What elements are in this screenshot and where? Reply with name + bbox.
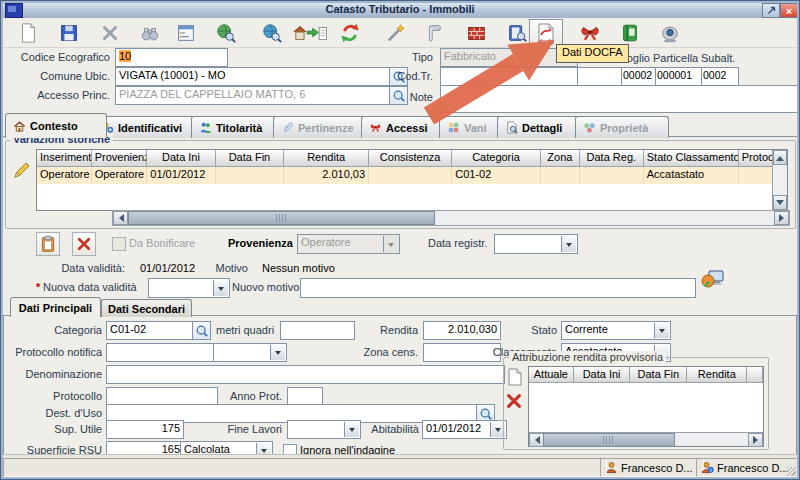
edit-row-button[interactable]: [12, 160, 32, 180]
delete-variation-button[interactable]: [72, 232, 96, 256]
refresh-button[interactable]: [337, 20, 363, 46]
new-button[interactable]: [15, 20, 41, 46]
bow-button[interactable]: [577, 20, 603, 46]
resize-grip[interactable]: [787, 467, 796, 476]
column-header[interactable]: Zona: [541, 150, 580, 167]
da-bonificare-checkbox[interactable]: [112, 237, 126, 251]
bricks-button[interactable]: [463, 20, 489, 46]
tree-view-button[interactable]: [173, 20, 199, 46]
tab-titolarita[interactable]: Titolarità: [191, 116, 286, 138]
table-row[interactable]: Operatore Operatore 01/01/2012 2.010,03 …: [37, 167, 787, 184]
restore-button[interactable]: [762, 3, 780, 18]
column-header[interactable]: Data Fin: [630, 367, 687, 383]
column-header[interactable]: Consistenza: [369, 150, 452, 167]
camera-button[interactable]: [657, 20, 683, 46]
scroll-right-button[interactable]: [774, 211, 789, 225]
particella-field[interactable]: 000001: [655, 67, 702, 86]
data-registr-combo[interactable]: [494, 234, 578, 254]
subtab-dati-principali[interactable]: Dati Principali: [10, 297, 101, 317]
column-header[interactable]: Data Ini: [147, 150, 215, 167]
save-button[interactable]: [56, 20, 82, 46]
tab-label: Contesto: [30, 120, 78, 132]
scroll-left-button[interactable]: [529, 433, 544, 447]
sup-utile-field[interactable]: 175: [106, 420, 184, 439]
chevron-down-icon[interactable]: [561, 236, 576, 252]
stato-combo[interactable]: Corrente: [561, 321, 671, 340]
cod-tr-field[interactable]: [440, 67, 578, 86]
protocollo-notifica-field[interactable]: [106, 343, 218, 362]
scroll-button[interactable]: [421, 20, 447, 46]
chevron-down-icon[interactable]: [270, 345, 285, 360]
zoom-search-button[interactable]: [259, 20, 285, 46]
column-header[interactable]: Data Ini: [574, 367, 631, 383]
abitabilita-combo[interactable]: 01/01/2012: [422, 420, 507, 439]
subalt-field[interactable]: 0002: [701, 67, 739, 86]
provenienza-combo[interactable]: Operatore: [297, 234, 400, 254]
nuova-data-combo[interactable]: [148, 278, 230, 298]
scrollbar-thumb[interactable]: [128, 211, 435, 225]
chevron-down-icon[interactable]: [383, 236, 398, 252]
clipboard-icon: [39, 235, 57, 253]
denominazione-field[interactable]: [106, 365, 505, 384]
status-user-cell-2: i Francesco D...: [696, 458, 800, 477]
protocollo-notifica-combo[interactable]: [213, 343, 287, 362]
chevron-down-icon[interactable]: [344, 422, 359, 437]
comune-ubic-field[interactable]: VIGATA (10001) - MO: [115, 67, 395, 86]
green-book-button[interactable]: [617, 20, 643, 46]
comune-ubic-label: Comune Ubic.: [8, 70, 110, 82]
categoria-lookup-button[interactable]: [192, 321, 211, 340]
column-header[interactable]: Attuale: [529, 367, 574, 383]
note-field[interactable]: [440, 85, 798, 113]
scroll-left-button[interactable]: [113, 211, 128, 225]
scroll-down-button[interactable]: [773, 195, 787, 210]
find-button[interactable]: [137, 20, 163, 46]
column-header[interactable]: Stato Classamento: [644, 150, 739, 167]
tab-label: Pertinenze: [298, 122, 354, 134]
categoria-field[interactable]: C01-02: [106, 321, 198, 340]
rendita-field[interactable]: 2.010,030: [423, 321, 501, 340]
column-header[interactable]: Rendita: [687, 367, 747, 383]
zoom-globe-2-icon: [261, 22, 283, 44]
sezione-field[interactable]: [577, 67, 625, 86]
scroll-right-button[interactable]: [748, 433, 763, 447]
column-header[interactable]: Categoria: [452, 150, 541, 167]
accesso-princ-field[interactable]: PIAZZA DEL CAPPELLAIO MATTO, 6: [115, 86, 395, 105]
column-header[interactable]: Rendita: [284, 150, 369, 167]
tab-label: Vani: [464, 122, 487, 134]
status-user-cell: Francesco D...: [600, 458, 704, 477]
wand-button[interactable]: [383, 20, 409, 46]
tab-contesto[interactable]: Contesto: [5, 113, 107, 138]
chevron-down-icon[interactable]: [213, 280, 228, 296]
codice-ecografico-field[interactable]: 10: [115, 48, 228, 67]
book-search-icon: [506, 22, 528, 44]
column-header: [747, 367, 763, 383]
home-sync-button[interactable]: [289, 20, 331, 46]
book-search-button[interactable]: [504, 20, 530, 46]
house-icon: [13, 120, 26, 133]
scroll-up-button[interactable]: [773, 150, 787, 165]
apply-variation-button[interactable]: [700, 266, 726, 292]
fine-lavori-combo[interactable]: [287, 420, 361, 439]
zoom-globe-button[interactable]: [213, 20, 239, 46]
paste-button[interactable]: [36, 232, 60, 256]
column-header[interactable]: Provenienza: [92, 150, 148, 167]
attribuzione-new-button[interactable]: [507, 368, 523, 386]
nuovo-motivo-field[interactable]: [300, 278, 696, 298]
column-header[interactable]: Inserimento: [37, 150, 92, 167]
delete-button[interactable]: [97, 20, 123, 46]
foglio-field[interactable]: 00002: [621, 67, 656, 86]
metri-quadri-field[interactable]: [280, 321, 355, 340]
column-header[interactable]: Data Reg.: [580, 150, 644, 167]
paperclip-icon: [281, 121, 294, 134]
close-button[interactable]: ×: [780, 3, 798, 18]
column-header[interactable]: Data Fin: [216, 150, 284, 167]
chevron-down-icon[interactable]: [654, 323, 669, 338]
new-document-icon: [17, 22, 39, 44]
tab-pertinenze[interactable]: Pertinenze: [273, 116, 374, 138]
scrollbar-thumb[interactable]: [543, 433, 675, 447]
tab-proprieta[interactable]: Proprietà: [575, 116, 669, 138]
attribuzione-table-header: Attuale Data Ini Data Fin Rendita: [529, 367, 763, 383]
subtab-dati-secondari[interactable]: Dati Secondari: [101, 299, 192, 317]
app-window: Catasto Tributario - Immobili ×: [0, 0, 800, 480]
attribuzione-delete-button[interactable]: [505, 392, 523, 410]
